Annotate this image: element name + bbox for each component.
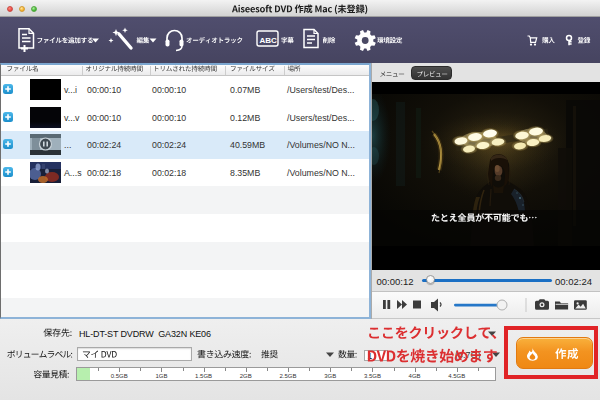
svg-text:ABC: ABC bbox=[260, 36, 278, 45]
